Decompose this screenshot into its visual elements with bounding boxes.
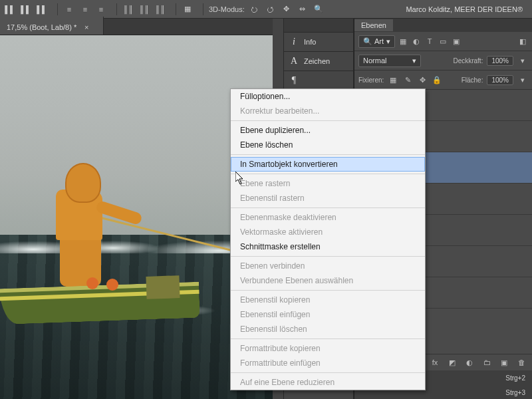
distribute-left-icon[interactable]: ║║ xyxy=(122,3,134,15)
context-menu-item: Auf eine Ebene reduzieren xyxy=(231,375,425,390)
chevron-down-icon[interactable]: ▾ xyxy=(517,55,528,66)
mouse-cursor-icon xyxy=(235,172,245,185)
close-tab-icon[interactable]: × xyxy=(80,21,92,33)
lock-all-icon[interactable]: 🔒 xyxy=(432,74,442,85)
distribute-top-icon[interactable]: ≡ xyxy=(63,3,75,15)
align-center-icon[interactable]: ▌▌ xyxy=(20,3,32,15)
distribute-right-icon[interactable]: ║║ xyxy=(154,3,166,15)
mode3d-label: 3D-Modus: xyxy=(209,5,245,13)
info-icon: i xyxy=(288,37,300,47)
document-tab-title: 17,5% (Boot, Lab/8) * xyxy=(7,23,76,31)
context-menu-item: Ebenen verbinden xyxy=(231,259,425,273)
document-tab-bar: 17,5% (Boot, Lab/8) * × xyxy=(0,19,273,35)
roll-3d-icon[interactable]: ⭯ xyxy=(265,3,277,15)
opacity-value[interactable]: 100% xyxy=(487,56,513,66)
context-menu-item[interactable]: Ebene löschen xyxy=(231,138,425,152)
layer-context-menu: Fülloptionen...Korrektur bearbeiten...Eb… xyxy=(230,88,426,390)
orbit-3d-icon[interactable]: ⭮ xyxy=(249,3,261,15)
distribute-v-icon[interactable]: ≡ xyxy=(79,3,91,15)
filter-kind-select[interactable]: 🔍Art▾ xyxy=(358,35,395,48)
trash-icon[interactable]: 🗑 xyxy=(516,357,527,368)
options-bar: ▌▌ ▌▌ ▌▌ ≡ ≡ ≡ ║║ ║║ ║║ ▦ 3D-Modus: ⭮ ⭯ … xyxy=(0,0,532,19)
context-menu-item: Ebenenstil rastern xyxy=(231,191,425,205)
new-layer-icon[interactable]: ▣ xyxy=(499,357,509,368)
layers-tab[interactable]: Ebenen xyxy=(354,19,393,31)
pan-3d-icon[interactable]: ✥ xyxy=(281,3,293,15)
context-menu-item[interactable]: Schnittmaske erstellen xyxy=(231,239,425,254)
context-menu-item: Ebenenmaske deaktivieren xyxy=(231,210,425,225)
fill-value[interactable]: 100% xyxy=(487,75,513,85)
adjustment-icon[interactable]: ◐ xyxy=(464,357,475,368)
context-menu-item: Ebenenstil löschen xyxy=(231,322,425,336)
context-menu-item: Korrektur bearbeiten... xyxy=(231,104,425,118)
context-menu-item: Vektormaske aktivieren xyxy=(231,225,425,239)
align-left-icon[interactable]: ▌▌ xyxy=(4,3,16,15)
lock-move-icon[interactable]: ✥ xyxy=(417,74,428,85)
filter-type-icon[interactable]: T xyxy=(424,36,435,47)
lock-label: Fixieren: xyxy=(358,76,384,84)
lock-pixels-icon[interactable]: ▦ xyxy=(388,74,398,85)
group-icon[interactable]: 🗀 xyxy=(481,357,492,368)
auto-align-icon[interactable]: ▦ xyxy=(182,3,194,15)
context-menu-item: Verbundene Ebenen auswählen xyxy=(231,273,425,288)
zoom-3d-icon[interactable]: 🔍 xyxy=(313,3,325,15)
filter-adjust-icon[interactable]: ◐ xyxy=(411,36,422,47)
filter-pixel-icon[interactable]: ▦ xyxy=(398,36,408,47)
context-menu-item: Formattribute kopieren xyxy=(231,341,425,356)
paragraph-panel-toggle[interactable]: ¶ xyxy=(284,71,353,90)
context-menu-item[interactable]: In Smartobjekt konvertieren xyxy=(231,157,425,172)
blend-mode-select[interactable]: Normal▾ xyxy=(358,55,421,67)
context-menu-item[interactable]: Fülloptionen... xyxy=(231,89,425,104)
layer-filter-row: 🔍Art▾ ▦ ◐ T ▭ ▣ ◧ xyxy=(354,32,532,51)
info-panel-toggle[interactable]: i Info xyxy=(284,33,353,52)
slide-3d-icon[interactable]: ⇔ xyxy=(297,3,309,15)
context-menu-item: Formattribute einfügen xyxy=(231,356,425,370)
distribute-h-icon[interactable]: ║║ xyxy=(138,3,150,15)
context-menu-item[interactable]: Ebene duplizieren... xyxy=(231,123,425,138)
context-menu-item: Ebenenstil kopieren xyxy=(231,293,425,307)
lock-brush-icon[interactable]: ✎ xyxy=(402,74,413,85)
context-menu-item: Ebenenstil einfügen xyxy=(231,307,425,322)
opacity-label: Deckkraft: xyxy=(453,57,483,65)
character-icon: A xyxy=(288,56,300,66)
character-panel-toggle[interactable]: A Zeichen xyxy=(284,52,353,71)
info-label: Info xyxy=(304,38,316,46)
chevron-down-icon[interactable]: ▾ xyxy=(517,74,528,85)
character-label: Zeichen xyxy=(304,57,330,65)
align-right-icon[interactable]: ▌▌ xyxy=(36,3,48,15)
filter-smart-icon[interactable]: ▣ xyxy=(451,36,462,47)
filter-toggle-icon[interactable]: ◧ xyxy=(517,36,528,47)
document-tab[interactable]: 17,5% (Boot, Lab/8) * × xyxy=(0,17,104,35)
context-menu-item: Ebene rastern xyxy=(231,176,425,191)
fx-icon[interactable]: fx xyxy=(430,357,440,368)
user-name: Marco Kolditz, MEER DER IDEEN® xyxy=(406,5,523,13)
fill-label: Fläche: xyxy=(462,76,483,84)
filter-shape-icon[interactable]: ▭ xyxy=(438,36,448,47)
distribute-bottom-icon[interactable]: ≡ xyxy=(95,3,107,15)
mask-icon[interactable]: ◩ xyxy=(447,357,458,368)
paragraph-icon: ¶ xyxy=(288,75,300,86)
